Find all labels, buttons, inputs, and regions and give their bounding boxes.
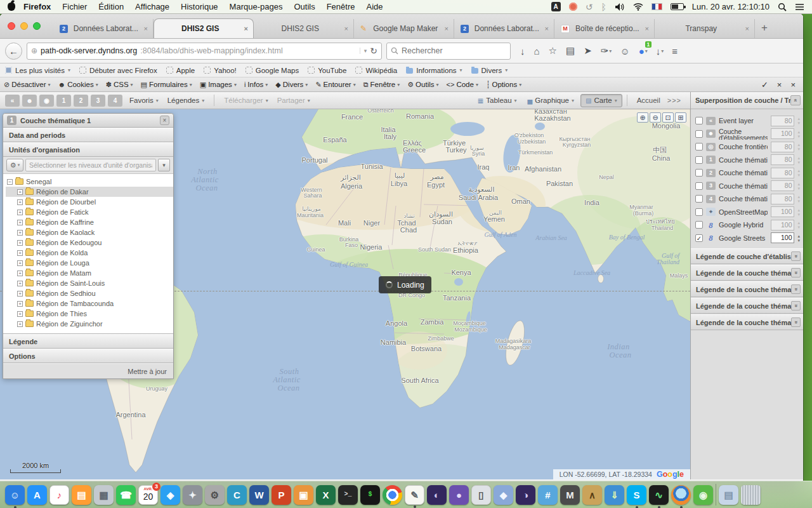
firefox[interactable] — [671, 485, 691, 505]
app-store[interactable]: A — [27, 485, 47, 505]
home-link[interactable]: Accueil — [632, 97, 665, 104]
expand-icon[interactable]: + — [17, 271, 23, 276]
devbar-menu[interactable]: ⊘ Désactiver ▾ — [4, 81, 51, 89]
expand-icon[interactable]: » — [791, 251, 801, 261]
wifi-icon[interactable] — [633, 3, 643, 11]
opacity-field[interactable]: 100 — [771, 206, 794, 217]
expand-icon[interactable]: + — [17, 240, 23, 246]
launchpad[interactable]: ✦ — [183, 485, 202, 505]
bookmark-item[interactable]: YouTube ▾ — [308, 67, 346, 74]
menubar-item[interactable]: Aide — [360, 2, 388, 11]
browser-tab[interactable]: DHIS2 GIS × — [154, 18, 254, 38]
layer-checkbox[interactable] — [695, 143, 703, 150]
opacity-spinner[interactable]: ▴▾ — [797, 234, 800, 243]
expand-icon[interactable]: + — [17, 250, 23, 256]
tree-row[interactable]: + Région de Kolda — [6, 248, 173, 258]
opacity-field[interactable]: 80 — [771, 154, 794, 165]
combo-chevron-icon[interactable]: ▾ — [158, 159, 170, 171]
opacity-spinner[interactable]: ▴▾ — [797, 208, 800, 217]
layer-checkbox[interactable] — [695, 195, 703, 203]
opacity-spinner[interactable]: ▴▾ — [797, 116, 800, 125]
devbar-menu[interactable]: <> Code ▾ — [447, 81, 478, 88]
menubar-item[interactable]: Historique — [175, 2, 224, 11]
opacity-field[interactable]: 80 — [771, 180, 794, 191]
spotlight-search-icon[interactable] — [778, 3, 787, 11]
chrome[interactable] — [383, 485, 402, 505]
more-link[interactable]: >>> — [667, 97, 685, 104]
expand-icon[interactable]: + — [17, 311, 23, 317]
reader-clipboard[interactable]: ▤ — [566, 45, 575, 57]
site-identity-globe-icon[interactable]: ⊕ — [31, 46, 37, 55]
tree-row[interactable]: + Région de Louga — [6, 258, 173, 268]
feedback-smiley[interactable]: ☺ — [620, 46, 630, 57]
bookmark-item[interactable]: Divers ▾ — [471, 67, 508, 74]
tree-row[interactable]: + Région de Kedougou — [6, 237, 173, 248]
eclipse-sphere[interactable]: ● — [449, 485, 469, 505]
panel-header[interactable]: 1 Couche thématique 1 × — [3, 114, 173, 128]
tab-close-icon[interactable]: × — [645, 25, 649, 32]
bookmark-item[interactable]: Google Maps ▾ — [246, 67, 299, 74]
layer-toggle-button[interactable]: 3 — [91, 95, 105, 107]
devbar-menu[interactable]: ◆ Divers ▾ — [275, 81, 308, 89]
legend-panel-header[interactable]: Légende de la couche thémati... » — [691, 265, 803, 281]
menubar-item[interactable]: Firefox — [18, 2, 56, 11]
opacity-spinner[interactable]: ▴▾ — [797, 220, 800, 229]
view-switch-button[interactable]: ▅Graphique▾ — [523, 94, 579, 107]
tree-row[interactable]: + Région de Sedhiou — [6, 288, 173, 298]
map-control-button[interactable]: ⊞ — [675, 112, 686, 123]
tree-row[interactable]: + Région de Kaffrine — [6, 217, 173, 227]
zoom-window-button[interactable] — [33, 22, 41, 30]
gear-icon[interactable]: ⚙▾ — [6, 159, 23, 171]
stacks-folder[interactable]: ▤ — [719, 485, 738, 505]
search-input[interactable] — [402, 46, 490, 55]
devbar-menu[interactable]: ▤ Formulaires ▾ — [141, 81, 192, 89]
ibooks[interactable]: ▤ — [72, 485, 91, 505]
tree-root-row[interactable]: − Senegal — [6, 177, 173, 187]
tree-row[interactable]: + Région de Tambacounda — [6, 298, 173, 309]
url-bar[interactable]: ⊕ path-odk-server.dyndns.org :8084/labo/… — [27, 43, 382, 60]
net-transfer[interactable]: ⇓ — [605, 485, 624, 505]
itunes[interactable]: ♪ — [49, 485, 69, 505]
bookmark-star[interactable]: ☆ — [549, 45, 558, 57]
layer-toggle-button[interactable]: 4 — [108, 95, 122, 107]
lynx[interactable]: ∧ — [582, 485, 602, 505]
expand-icon[interactable]: + — [17, 220, 23, 225]
excel[interactable]: X — [316, 485, 336, 505]
powerpoint[interactable]: P — [272, 485, 291, 505]
remote-desktop[interactable]: # — [538, 485, 558, 505]
opacity-spinner[interactable]: ▴▾ — [797, 168, 800, 177]
bookmark-item[interactable]: Apple ▾ — [166, 67, 195, 74]
bookmark-item[interactable]: Les plus visités ▾ — [5, 67, 70, 74]
menu-hamburger[interactable]: ≡ — [672, 46, 678, 57]
devbar-menu[interactable]: ┆ Options ▾ — [486, 81, 521, 89]
expand-icon[interactable]: + — [17, 301, 23, 307]
close-icon[interactable]: × — [160, 116, 169, 125]
browser-tab[interactable]: ✎ Google Map Maker × — [354, 19, 454, 38]
moom-menu-icon[interactable] — [569, 3, 577, 11]
volume-icon[interactable] — [615, 3, 625, 11]
opacity-field[interactable]: 80 — [771, 194, 794, 204]
devbar-menu[interactable]: i Infos ▾ — [244, 81, 268, 88]
map-control-button[interactable]: ⊕ — [637, 112, 648, 123]
virtualbox[interactable]: ◆ — [494, 485, 513, 505]
menubar-item[interactable]: Marque-pages — [224, 2, 289, 11]
map-control-button[interactable]: ⊡ — [662, 112, 674, 123]
legend-panel-header[interactable]: Légende de la couche thémati... » — [691, 298, 803, 314]
browser-tab[interactable]: M Boîte de réceptio... × — [554, 19, 655, 38]
bookmark-item[interactable]: Yahoo! ▾ — [204, 67, 237, 74]
fr-language-flag-icon[interactable] — [652, 3, 662, 10]
eclipse-2[interactable]: ◑ — [516, 485, 535, 505]
media-player[interactable]: ◉ — [693, 485, 713, 505]
opacity-field[interactable]: 100 — [771, 232, 794, 243]
skype[interactable]: S — [627, 485, 646, 505]
browser-tab[interactable]: DHIS2 GIS × — [254, 19, 354, 38]
menubar-clock[interactable]: Lun. 20 avr. 12:10:10 — [692, 2, 769, 11]
update-button[interactable]: Mettre à jour — [128, 368, 167, 375]
legend-panel-header[interactable]: Légende de la couche thémati... » — [691, 314, 803, 330]
opacity-field[interactable]: 100 — [771, 128, 794, 139]
apple-menu-icon[interactable] — [8, 3, 15, 11]
bookmark-item[interactable]: Informations ▾ — [406, 67, 462, 74]
devbar-menu[interactable]: ⚙ Outils ▾ — [407, 81, 438, 89]
facetime[interactable]: ☎ — [116, 485, 136, 505]
expand-icon[interactable]: + — [17, 199, 23, 205]
